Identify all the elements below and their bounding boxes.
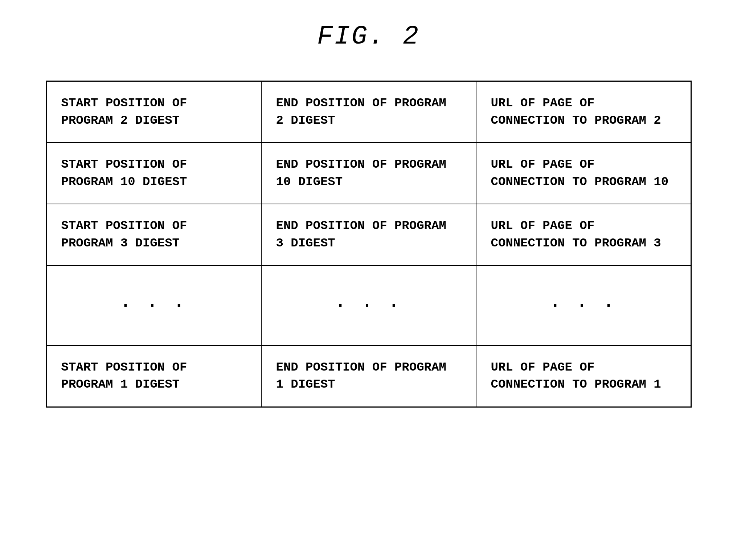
ellipsis-cell-3: · · ·	[476, 266, 691, 345]
start-position-program3: START POSITION OF PROGRAM 3 DIGEST	[47, 204, 262, 265]
start-position-program1: START POSITION OF PROGRAM 1 DIGEST	[47, 346, 262, 406]
start-position-program2: START POSITION OF PROGRAM 2 DIGEST	[47, 82, 262, 142]
url-program2: URL OF PAGE OF CONNECTION TO PROGRAM 2	[476, 82, 691, 142]
data-table: START POSITION OF PROGRAM 2 DIGEST END P…	[46, 81, 692, 408]
figure-title: FIG. 2	[317, 22, 420, 52]
ellipsis-row: · · · · · · · · ·	[47, 266, 691, 346]
ellipsis-cell-2: · · ·	[262, 266, 476, 345]
end-position-program3: END POSITION OF PROGRAM 3 DIGEST	[262, 204, 476, 265]
ellipsis-cell-1: · · ·	[47, 266, 262, 345]
url-program1: URL OF PAGE OF CONNECTION TO PROGRAM 1	[476, 346, 691, 406]
url-program10: URL OF PAGE OF CONNECTION TO PROGRAM 10	[476, 143, 691, 204]
url-program3: URL OF PAGE OF CONNECTION TO PROGRAM 3	[476, 204, 691, 265]
end-position-program2: END POSITION OF PROGRAM 2 DIGEST	[262, 82, 476, 142]
page-container: FIG. 2 START POSITION OF PROGRAM 2 DIGES…	[0, 0, 737, 560]
end-position-program1: END POSITION OF PROGRAM 1 DIGEST	[262, 346, 476, 406]
table-row: START POSITION OF PROGRAM 10 DIGEST END …	[47, 143, 691, 204]
end-position-program10: END POSITION OF PROGRAM 10 DIGEST	[262, 143, 476, 204]
table-row: START POSITION OF PROGRAM 3 DIGEST END P…	[47, 204, 691, 266]
table-row: START POSITION OF PROGRAM 2 DIGEST END P…	[47, 82, 691, 143]
table-row: START POSITION OF PROGRAM 1 DIGEST END P…	[47, 346, 691, 406]
start-position-program10: START POSITION OF PROGRAM 10 DIGEST	[47, 143, 262, 204]
